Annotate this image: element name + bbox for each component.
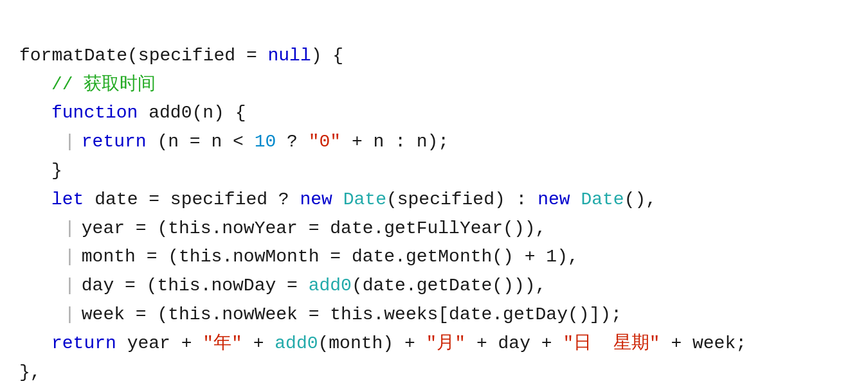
code-token: ) { bbox=[311, 42, 343, 71]
continuation-bar: | bbox=[64, 272, 75, 301]
code-editor: formatDate(specified = null) {// 获取时间fun… bbox=[19, 13, 849, 387]
code-line: |year = (this.nowYear = date.getFullYear… bbox=[19, 215, 849, 243]
code-token: specified bbox=[138, 42, 235, 71]
code-token: "0" bbox=[309, 128, 341, 157]
code-line: function add0(n) { bbox=[19, 99, 849, 128]
code-token: let bbox=[51, 186, 84, 215]
code-token: + n : n); bbox=[341, 128, 449, 157]
code-line: let date = specified ? new Date(specifie… bbox=[19, 186, 849, 215]
code-token: formatDate bbox=[19, 42, 127, 71]
code-token: + week; bbox=[660, 330, 746, 358]
code-token: 10 bbox=[255, 128, 276, 157]
code-line: } bbox=[19, 157, 849, 186]
code-token: new bbox=[538, 186, 570, 215]
code-token: null bbox=[268, 42, 311, 71]
code-token: add0 bbox=[275, 330, 318, 358]
code-token: } bbox=[51, 157, 62, 186]
code-token: "月" bbox=[426, 330, 466, 358]
code-token: Date bbox=[343, 186, 386, 215]
code-line: formatDate(specified = null) { bbox=[19, 42, 849, 71]
continuation-bar: | bbox=[64, 128, 75, 157]
code-token: (n) { bbox=[192, 99, 246, 128]
code-token: year + bbox=[116, 330, 203, 358]
continuation-bar: | bbox=[64, 243, 75, 272]
code-token: return bbox=[51, 330, 116, 358]
code-token: (), bbox=[624, 186, 656, 215]
code-token: ( bbox=[127, 42, 138, 71]
code-token: + day + bbox=[466, 330, 563, 358]
code-token: (specified) : bbox=[386, 186, 538, 215]
code-token: function bbox=[51, 99, 138, 128]
code-token: week = (this.nowWeek = this.weeks[date.g… bbox=[82, 301, 622, 330]
code-token: "年" bbox=[203, 330, 242, 358]
code-token: // 获取时间 bbox=[51, 71, 156, 100]
code-line: |month = (this.nowMonth = date.getMonth(… bbox=[19, 243, 849, 272]
code-line: |week = (this.nowWeek = this.weeks[date.… bbox=[19, 301, 849, 330]
code-token: day = (this.nowDay = bbox=[82, 272, 309, 301]
code-token: = bbox=[235, 42, 267, 71]
code-token: }, bbox=[19, 358, 41, 387]
code-token bbox=[332, 186, 343, 215]
code-line: return year + "年" + add0(month) + "月" + … bbox=[19, 330, 849, 358]
continuation-bar: | bbox=[64, 301, 75, 330]
code-token bbox=[570, 186, 581, 215]
code-line: }, bbox=[19, 358, 849, 387]
code-token: add0 bbox=[309, 272, 352, 301]
code-token: "日 星期" bbox=[563, 330, 660, 358]
code-token: + bbox=[242, 330, 275, 358]
code-token: (date.getDate())), bbox=[352, 272, 546, 301]
code-token: (month) + bbox=[318, 330, 426, 358]
code-token: year = (this.nowYear = date.getFullYear(… bbox=[82, 215, 547, 243]
code-token: Date bbox=[581, 186, 624, 215]
code-token: new bbox=[300, 186, 332, 215]
code-token: return bbox=[82, 128, 147, 157]
code-token: add0 bbox=[138, 99, 192, 128]
code-line: |return (n = n < 10 ? "0" + n : n); bbox=[19, 128, 849, 157]
code-line: |day = (this.nowDay = add0(date.getDate(… bbox=[19, 272, 849, 301]
code-token: ? bbox=[276, 128, 308, 157]
code-line: // 获取时间 bbox=[19, 71, 849, 100]
code-token: date = specified ? bbox=[84, 186, 300, 215]
continuation-bar: | bbox=[64, 215, 75, 243]
code-token: month = (this.nowMonth = date.getMonth()… bbox=[82, 243, 579, 272]
code-token: (n = n < bbox=[147, 128, 255, 157]
